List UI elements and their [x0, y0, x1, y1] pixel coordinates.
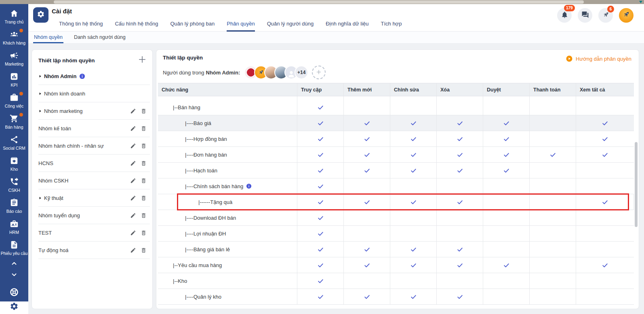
permission-cell[interactable] [437, 242, 483, 257]
sidebar-scroll-up[interactable] [0, 259, 28, 270]
permission-cell[interactable] [530, 163, 576, 178]
permission-cell[interactable] [344, 257, 390, 273]
permission-cell[interactable] [437, 210, 483, 225]
permission-cell[interactable] [576, 115, 634, 131]
horizontal-scrollbar[interactable] [0, 0, 644, 4]
permission-cell[interactable] [437, 194, 483, 210]
permission-cell[interactable] [297, 178, 344, 194]
edit-icon[interactable] [130, 195, 136, 201]
permission-cell[interactable] [437, 273, 483, 289]
permission-cell[interactable] [344, 194, 390, 210]
delete-icon[interactable] [141, 143, 147, 149]
sidebar-item[interactable]: Phiếu yêu cầu [0, 238, 28, 259]
permission-cell[interactable] [390, 115, 437, 131]
permission-cell[interactable] [530, 242, 576, 257]
permission-cell[interactable] [576, 210, 634, 225]
permission-cell[interactable] [297, 226, 344, 241]
permission-group-item[interactable]: Nhóm marketing [32, 102, 152, 120]
permission-cell[interactable] [483, 210, 530, 225]
help-button[interactable] [0, 287, 28, 299]
header-tab[interactable]: Phân quyền [227, 21, 255, 32]
permission-cell[interactable] [530, 100, 576, 115]
permission-group-item[interactable]: Nhóm Admin [32, 68, 152, 85]
permission-cell[interactable] [344, 242, 390, 257]
edit-icon[interactable] [130, 108, 136, 114]
edit-icon[interactable] [130, 212, 136, 219]
permission-cell[interactable] [576, 242, 634, 257]
permission-cell[interactable] [297, 147, 344, 162]
permission-cell[interactable] [390, 147, 437, 162]
permission-cell[interactable] [390, 210, 437, 225]
settings-shortcut[interactable] [0, 301, 28, 314]
permission-cell[interactable] [576, 226, 634, 241]
sub-tab[interactable]: Nhóm quyền [34, 32, 63, 43]
permission-guide-link[interactable]: Hướng dẫn phân quyền [566, 55, 631, 62]
header-tab[interactable]: Thông tin hệ thống [59, 21, 103, 32]
sidebar-item[interactable]: Kho [0, 153, 28, 174]
delete-icon[interactable] [141, 108, 147, 114]
permission-group-item[interactable]: Nhóm tuyển dụng [32, 207, 152, 224]
permission-cell[interactable] [437, 100, 483, 115]
permission-cell[interactable] [437, 163, 483, 178]
permission-cell[interactable] [437, 178, 483, 194]
delete-icon[interactable] [141, 230, 147, 236]
permission-cell[interactable] [344, 100, 390, 115]
permission-cell[interactable] [390, 273, 437, 289]
permission-cell[interactable] [576, 100, 634, 115]
permission-cell[interactable] [483, 147, 530, 162]
permission-cell[interactable] [483, 289, 530, 304]
permission-cell[interactable] [344, 178, 390, 194]
permission-cell[interactable] [530, 115, 576, 131]
more-users-chip[interactable]: +14 [295, 66, 308, 79]
delete-icon[interactable] [141, 212, 147, 219]
permission-cell[interactable] [437, 226, 483, 241]
permission-cell[interactable] [530, 226, 576, 241]
permission-cell[interactable] [483, 194, 530, 210]
permission-cell[interactable] [576, 273, 634, 289]
sidebar-scroll-down[interactable] [0, 270, 28, 281]
edit-icon[interactable] [130, 160, 136, 166]
scrollbar-thumb[interactable] [54, 0, 584, 4]
permission-cell[interactable] [483, 242, 530, 257]
permission-cell[interactable] [437, 131, 483, 146]
permission-cell[interactable] [344, 147, 390, 162]
permission-cell[interactable] [390, 131, 437, 146]
permission-group-item[interactable]: Nhóm CSKH [32, 172, 152, 189]
permission-cell[interactable] [530, 178, 576, 194]
permission-cell[interactable] [530, 194, 576, 210]
permission-cell[interactable] [483, 115, 530, 131]
sidebar-item[interactable]: CSKH [0, 174, 28, 195]
permission-cell[interactable] [437, 257, 483, 273]
permission-cell[interactable] [576, 194, 634, 210]
permission-cell[interactable] [297, 242, 344, 257]
sidebar-item[interactable]: Khách hàng [0, 27, 28, 48]
permission-cell[interactable] [483, 100, 530, 115]
permission-cell[interactable] [530, 289, 576, 304]
header-tab[interactable]: Định nghĩa dữ liệu [326, 21, 368, 32]
permission-group-item[interactable]: Nhóm hành chính - nhân sự [32, 137, 152, 155]
delete-icon[interactable] [141, 247, 147, 253]
header-tab[interactable]: Tích hợp [381, 21, 402, 32]
sidebar-item[interactable]: KPI [0, 69, 28, 90]
permission-cell[interactable] [344, 210, 390, 225]
edit-icon[interactable] [130, 247, 136, 253]
permission-cell[interactable] [297, 289, 344, 304]
permission-cell[interactable] [576, 147, 634, 162]
vertical-scrollbar-thumb[interactable] [635, 142, 638, 227]
permission-cell[interactable] [437, 147, 483, 162]
edit-icon[interactable] [130, 230, 136, 236]
permission-cell[interactable] [530, 273, 576, 289]
edit-icon[interactable] [130, 143, 136, 149]
permission-cell[interactable] [344, 289, 390, 304]
delete-icon[interactable] [141, 125, 147, 132]
edit-icon[interactable] [130, 125, 136, 132]
header-tab[interactable]: Quản lý phòng ban [170, 21, 215, 32]
permission-cell[interactable] [344, 273, 390, 289]
user-avatar[interactable] [619, 8, 633, 23]
permission-cell[interactable] [297, 100, 344, 115]
permission-cell[interactable] [390, 100, 437, 115]
permission-cell[interactable] [390, 163, 437, 178]
permission-cell[interactable] [297, 273, 344, 289]
permission-group-item[interactable]: Nhóm kinh doanh [32, 85, 152, 102]
edit-icon[interactable] [130, 178, 136, 184]
